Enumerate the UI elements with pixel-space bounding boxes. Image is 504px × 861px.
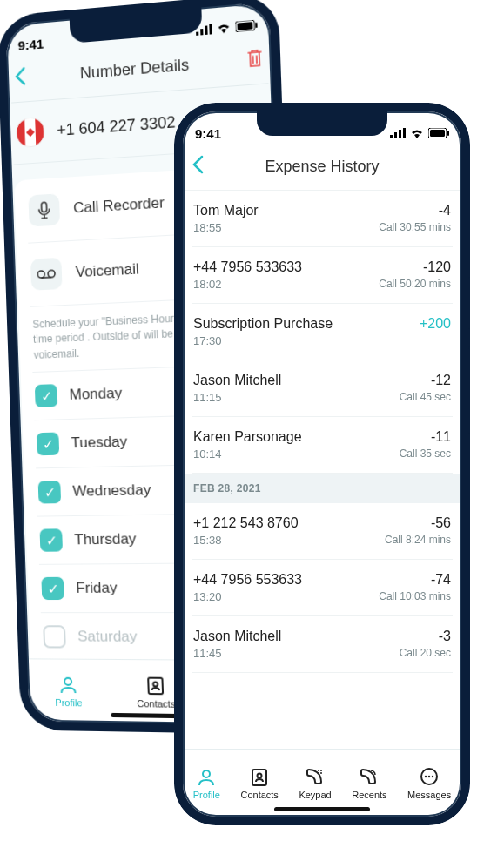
svg-rect-2 [205, 25, 207, 35]
status-indicators [196, 20, 258, 36]
voicemail-label: Voicemail [75, 260, 139, 281]
contacts-icon [249, 767, 270, 788]
call-recorder-label: Call Recorder [73, 194, 165, 218]
svg-point-35 [432, 775, 433, 777]
phone-expense-history: 9:41 Expense History Tom Major18:55 -4Ca… [174, 103, 470, 825]
item-amount: -74 [431, 572, 451, 588]
delete-button[interactable] [245, 47, 265, 72]
svg-rect-23 [430, 130, 445, 137]
item-name: Karen Parsonage [193, 429, 302, 445]
item-detail: Call 35 sec [400, 447, 451, 460]
svg-point-30 [318, 772, 319, 774]
item-name: Tom Major [193, 203, 259, 219]
svg-rect-19 [394, 132, 397, 138]
back-button[interactable] [14, 66, 27, 90]
list-item[interactable]: Karen Parsonage10:14 -11Call 35 sec [192, 417, 453, 474]
home-indicator [274, 807, 370, 811]
phone-number: +1 604 227 3302 [57, 112, 176, 139]
svg-rect-5 [237, 22, 252, 30]
svg-rect-1 [200, 29, 203, 35]
tab-label: Contacts [137, 697, 176, 709]
expense-list-past: +1 212 543 876015:38 -56Call 8:24 mins +… [174, 503, 470, 673]
tab-keypad[interactable]: Keypad [299, 767, 331, 800]
item-name: +1 212 543 8760 [193, 515, 299, 531]
svg-point-34 [428, 775, 430, 777]
item-amount: -4 [439, 203, 451, 219]
svg-rect-0 [196, 32, 198, 36]
tab-contacts[interactable]: Contacts [240, 767, 278, 800]
item-name: Jason Mitchell [193, 373, 281, 388]
item-amount: -3 [439, 629, 451, 644]
microphone-icon [28, 193, 60, 226]
tab-messages[interactable]: Messages [407, 767, 451, 800]
item-time: 13:20 [193, 590, 302, 603]
checkbox-icon[interactable]: ✓ [37, 433, 60, 456]
list-item[interactable]: Jason Mitchell11:15 -12Call 45 sec [192, 360, 453, 417]
item-time: 15:38 [193, 534, 299, 547]
svg-rect-18 [390, 135, 393, 138]
item-name: +44 7956 553633 [193, 572, 302, 588]
svg-point-33 [425, 775, 427, 777]
day-label: Wednesday [72, 481, 151, 501]
signal-icon [390, 128, 406, 138]
svg-point-29 [320, 770, 322, 771]
item-amount: -56 [431, 515, 451, 531]
svg-rect-20 [399, 130, 401, 138]
item-detail: Call 10:03 mins [379, 590, 451, 602]
back-button[interactable] [192, 155, 204, 178]
svg-rect-7 [41, 202, 46, 212]
expense-list-today: Tom Major18:55 -4Call 30:55 mins +44 795… [174, 191, 470, 474]
tab-profile[interactable]: Profile [193, 767, 220, 800]
checkbox-icon[interactable]: ✓ [41, 577, 64, 600]
item-detail: Call 30:55 mins [379, 221, 451, 233]
tab-label: Profile [193, 790, 220, 800]
checkbox-icon[interactable]: ✓ [40, 529, 64, 552]
checkbox-icon[interactable] [43, 625, 66, 648]
status-time: 9:41 [195, 126, 221, 141]
profile-icon [196, 767, 217, 788]
item-name: Jason Mitchell [193, 629, 281, 644]
wifi-icon [217, 22, 232, 34]
svg-rect-21 [403, 128, 406, 138]
list-item[interactable]: Jason Mitchell11:45 -3Call 20 sec [192, 616, 453, 673]
tab-label: Contacts [240, 790, 278, 800]
checkbox-icon[interactable]: ✓ [38, 481, 62, 504]
header: Expense History [174, 146, 470, 191]
item-time: 10:14 [193, 447, 302, 461]
svg-point-9 [48, 270, 55, 277]
svg-point-28 [318, 770, 319, 771]
list-item[interactable]: +1 212 543 876015:38 -56Call 8:24 mins [192, 503, 453, 560]
item-time: 11:45 [193, 647, 281, 660]
battery-icon [235, 20, 257, 32]
messages-icon [419, 767, 440, 788]
day-label: Saturday [77, 628, 138, 646]
tab-label: Recents [352, 790, 386, 800]
item-amount: +200 [420, 316, 451, 332]
checkbox-icon[interactable]: ✓ [35, 384, 57, 407]
item-amount: -12 [431, 373, 451, 388]
list-item[interactable]: +44 7956 53363318:02 -120Call 50:20 mins [192, 247, 453, 304]
svg-point-27 [258, 773, 262, 777]
tab-recents[interactable]: Recents [352, 767, 386, 800]
list-item[interactable]: Tom Major18:55 -4Call 30:55 mins [192, 191, 453, 247]
profile-icon [57, 674, 79, 695]
list-item[interactable]: +44 7956 55363313:20 -74Call 10:03 mins [192, 560, 453, 616]
svg-point-13 [153, 682, 158, 686]
svg-point-31 [320, 772, 322, 774]
svg-rect-6 [255, 23, 257, 28]
svg-rect-3 [209, 24, 212, 35]
status-time: 9:41 [17, 36, 44, 52]
recents-icon [359, 767, 380, 788]
item-detail: Call 20 sec [400, 647, 451, 659]
wifi-icon [410, 128, 424, 138]
item-time: 11:15 [193, 391, 281, 404]
tab-contacts[interactable]: Contacts [136, 675, 175, 709]
voicemail-icon [30, 258, 63, 291]
item-detail: Call 8:24 mins [385, 534, 451, 546]
list-item[interactable]: Subscription Purchase17:30 +200 [192, 304, 453, 360]
tab-profile[interactable]: Profile [54, 674, 82, 708]
item-time: 18:02 [193, 278, 302, 291]
section-date: FEB 28, 2021 [174, 474, 470, 503]
tab-label: Keypad [299, 790, 331, 800]
svg-point-8 [37, 271, 44, 278]
